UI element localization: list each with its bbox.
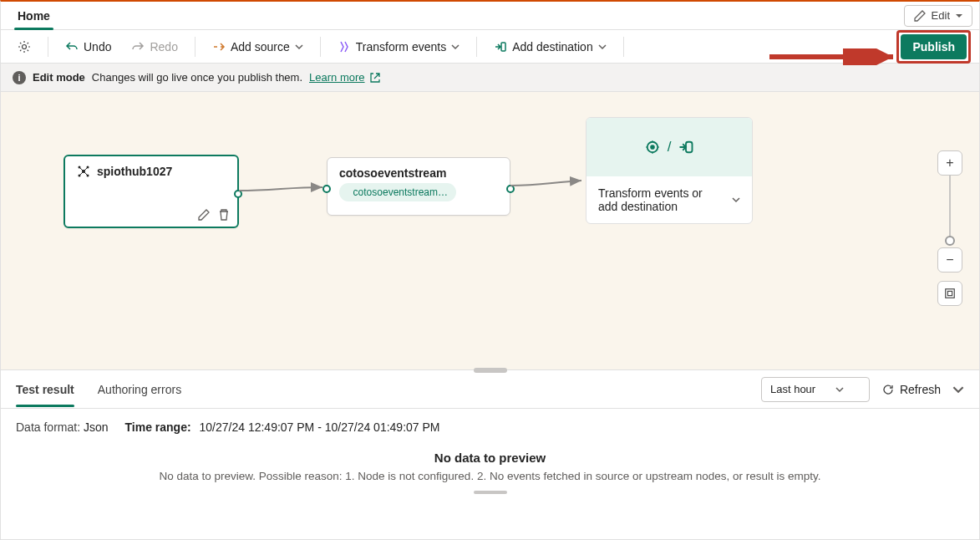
destination-icon	[494, 40, 507, 53]
destination-icon	[678, 139, 694, 155]
toolbar-separator	[476, 37, 477, 57]
output-port[interactable]	[506, 185, 515, 193]
tab-authoring-errors[interactable]: Authoring errors	[98, 373, 181, 406]
empty-state: No data to preview No data to preview. P…	[1, 446, 979, 507]
resize-handle[interactable]	[474, 491, 507, 494]
node-placeholder[interactable]: / Transform events or add destination	[586, 117, 753, 224]
meta-row: Data format: Json Time range: 10/27/24 1…	[1, 409, 979, 446]
edge-source-to-stream	[239, 184, 331, 201]
info-icon: i	[13, 71, 26, 84]
gear-icon	[18, 40, 31, 53]
toolbar-separator	[48, 37, 48, 57]
tab-home[interactable]: Home	[8, 2, 60, 29]
svg-point-0	[23, 44, 27, 48]
bottom-panel: Test result Authoring errors Last hour R…	[1, 369, 979, 540]
output-port[interactable]	[234, 190, 242, 198]
tab-authoring-errors-label: Authoring errors	[98, 383, 181, 396]
svg-point-9	[651, 145, 654, 149]
undo-button[interactable]: Undo	[57, 34, 119, 59]
transform-events-button[interactable]: Transform events	[329, 34, 468, 59]
edit-mode-label: Edit mode	[33, 71, 85, 84]
eventstream-chip-label: cotosoeventstream…	[353, 186, 448, 198]
edit-label: Edit	[932, 9, 950, 22]
publish-highlight: Publish	[896, 30, 971, 64]
chevron-down-icon	[295, 43, 303, 51]
svg-rect-11	[946, 289, 955, 298]
stream-icon	[348, 187, 348, 197]
top-bar: Home Edit	[1, 2, 979, 30]
chevron-down-icon	[451, 43, 460, 51]
chevron-down-icon[interactable]	[952, 384, 964, 395]
tab-home-label: Home	[18, 9, 50, 23]
zoom-in-button[interactable]: +	[937, 150, 962, 176]
add-source-label: Add source	[231, 40, 290, 53]
node-eventstream[interactable]: cotosoeventstream cotosoeventstream…	[327, 157, 510, 216]
placeholder-label: Transform events or add destination	[598, 186, 715, 213]
transform-events-label: Transform events	[356, 40, 446, 53]
tab-test-result-label: Test result	[16, 383, 74, 396]
pencil-icon[interactable]	[197, 208, 211, 222]
add-destination-button[interactable]: Add destination	[485, 34, 615, 59]
bottom-tabs: Test result Authoring errors Last hour R…	[1, 370, 979, 409]
learn-more-label: Learn more	[309, 71, 364, 84]
publish-button[interactable]: Publish	[901, 34, 967, 59]
chevron-down-icon	[732, 196, 740, 204]
toolbar-separator	[320, 37, 321, 57]
node-source[interactable]: spiothub1027	[63, 155, 239, 228]
redo-button[interactable]: Redo	[123, 34, 185, 59]
refresh-button[interactable]: Refresh	[881, 383, 941, 396]
fit-icon	[944, 288, 956, 299]
placeholder-bottom[interactable]: Transform events or add destination	[586, 176, 752, 223]
bottom-tabs-right: Last hour Refresh	[761, 377, 964, 402]
node-eventstream-title-row: cotosoeventstream	[339, 166, 498, 180]
node-source-actions	[197, 208, 231, 222]
placeholder-icons: /	[586, 118, 752, 176]
zoom-out-button[interactable]: −	[937, 247, 962, 273]
refresh-label: Refresh	[900, 383, 941, 396]
slash-separator: /	[668, 139, 672, 155]
caret-down-icon	[955, 12, 963, 20]
data-format-label: Data format:	[16, 420, 80, 434]
zoom-slider-track[interactable]	[949, 176, 951, 242]
tab-test-result[interactable]: Test result	[16, 373, 74, 406]
eventstream-chip[interactable]: cotosoeventstream…	[339, 183, 456, 201]
fit-to-screen-button[interactable]	[937, 281, 962, 306]
canvas[interactable]: spiothub1027 cotosoeventstream cotosoeve…	[1, 92, 979, 369]
node-source-title: spiothub1027	[97, 165, 172, 178]
toolbar-separator	[195, 37, 195, 57]
empty-message: No data to preview. Possible reason: 1. …	[18, 470, 962, 482]
undo-label: Undo	[84, 40, 111, 53]
edge-stream-to-placeholder	[510, 176, 590, 201]
data-format-value: Json	[84, 420, 109, 434]
iot-hub-icon	[77, 165, 90, 178]
add-source-button[interactable]: Add source	[204, 34, 312, 59]
settings-button[interactable]	[9, 34, 39, 59]
top-tabs: Home	[8, 2, 60, 29]
learn-more-link[interactable]: Learn more	[309, 71, 381, 84]
chevron-down-icon	[598, 43, 607, 51]
toolbar: Undo Redo Add source Transform events Ad…	[1, 30, 979, 64]
external-link-icon	[368, 71, 382, 84]
chevron-down-icon	[835, 385, 844, 394]
transform-icon	[338, 40, 351, 53]
time-range: Time range: 10/27/24 12:49:07 PM - 10/27…	[125, 420, 440, 434]
input-port[interactable]	[322, 185, 331, 193]
undo-icon	[65, 40, 79, 53]
info-bar: i Edit mode Changes will go live once yo…	[1, 64, 979, 92]
transform-icon	[644, 139, 661, 155]
zoom-slider-thumb[interactable]	[945, 236, 955, 246]
redo-label: Redo	[150, 40, 177, 53]
time-range-select-value: Last hour	[770, 383, 815, 395]
resize-handle[interactable]	[474, 368, 507, 373]
node-source-title-row: spiothub1027	[77, 165, 226, 178]
empty-title: No data to preview	[18, 451, 962, 465]
trash-icon[interactable]	[217, 208, 231, 222]
zoom-controls: + −	[937, 150, 962, 306]
redo-icon	[131, 40, 145, 53]
time-range-select[interactable]: Last hour	[761, 377, 870, 402]
source-icon	[212, 40, 226, 53]
pencil-icon	[913, 9, 927, 23]
edit-dropdown-button[interactable]: Edit	[904, 5, 972, 27]
data-format: Data format: Json	[16, 420, 109, 434]
node-eventstream-title: cotosoeventstream	[339, 166, 446, 180]
